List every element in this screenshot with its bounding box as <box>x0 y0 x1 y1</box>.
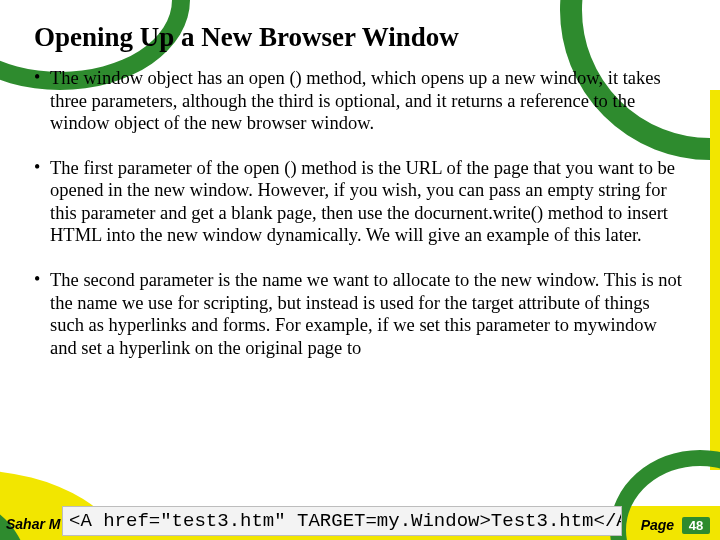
slide-content: Opening Up a New Browser Window The wind… <box>0 0 720 540</box>
bullet-item: The second parameter is the name we want… <box>34 269 686 359</box>
page-number: 48 <box>682 517 710 534</box>
bullet-item: The window object has an open () method,… <box>34 67 686 135</box>
bullet-item: The first parameter of the open () metho… <box>34 157 686 247</box>
page-label: Page <box>641 517 674 533</box>
author-label: Sahar M <box>6 516 60 532</box>
code-snippet: <A href="test3.htm" TARGET=my.Window>Tes… <box>62 506 622 536</box>
slide-title: Opening Up a New Browser Window <box>34 22 686 53</box>
page-indicator: Page 48 <box>641 517 710 534</box>
bullet-list: The window object has an open () method,… <box>34 67 686 359</box>
slide: Opening Up a New Browser Window The wind… <box>0 0 720 540</box>
